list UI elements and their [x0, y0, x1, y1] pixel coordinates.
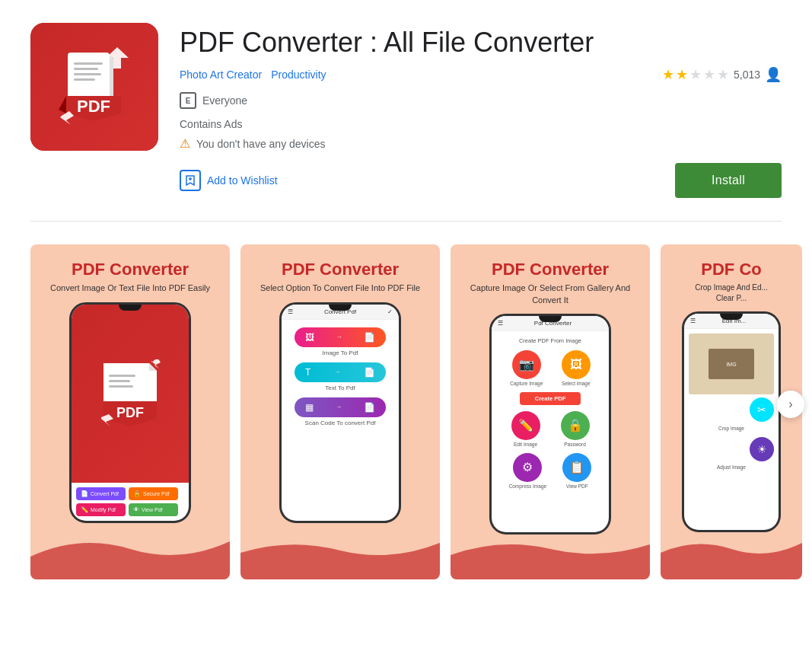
view-pdf-icon: 📋 — [562, 453, 591, 482]
screenshot-3: PDF Converter Capture Image Or Select Fr… — [451, 244, 650, 579]
svg-rect-6 — [74, 78, 95, 81]
compress-image-icon: ⚙ — [513, 453, 542, 482]
star-2: ★ — [676, 66, 688, 83]
svg-marker-8 — [59, 96, 66, 113]
edit-image-label: Edit Image — [514, 442, 537, 447]
select-image-label: Select image — [562, 381, 591, 386]
devices-warning-row: ⚠ You don't have any devices — [180, 136, 782, 151]
screen3-bottom-options: ⚙ Compress Image 📋 View PDF — [496, 450, 604, 492]
ss2-subtitle: Select Option To Convert File Into PDF F… — [260, 282, 420, 294]
password-option: 🔒 Password — [561, 411, 590, 447]
developer-link[interactable]: Photo Art Creator — [180, 69, 262, 81]
password-label: Password — [564, 442, 586, 447]
phone-screen-1: PDF 📄 Convert Pdf — [72, 305, 189, 521]
category-link[interactable]: Productivity — [271, 69, 326, 81]
svg-text:PDF: PDF — [116, 405, 144, 420]
app-icon: PDF — [30, 23, 158, 151]
screen3-menu-icon: ☰ — [498, 320, 503, 327]
edit-image-icon: ✏️ — [511, 411, 540, 440]
svg-rect-16 — [109, 380, 130, 382]
image-to-pdf-option: 🖼 → 📄 Image To Pdf — [295, 327, 386, 356]
star-1: ★ — [662, 66, 674, 83]
ss3-subtitle: Capture Image Or Select From Gallery And… — [460, 282, 641, 306]
phone-mockup-3: ☰ Pdf Converter Create PDF From Image 📷 … — [489, 314, 611, 535]
scan-to-pdf-btn: ▦ → 📄 — [295, 397, 386, 417]
ss3-title: PDF Converter — [492, 260, 609, 279]
phone-screen-2: ☰ Convert Pdf ✓ 🖼 → 📄 — [282, 305, 399, 521]
screen3-section-title: Create PDF From Image — [496, 334, 604, 347]
screenshot-2: PDF Converter Select Option To Convert F… — [240, 244, 440, 579]
text-to-pdf-label: Text To Pdf — [325, 385, 355, 391]
view-pdf-option: 📋 View PDF — [562, 453, 591, 489]
edit-image-option: ✏️ Edit Image — [511, 411, 540, 447]
rating-count: 5,013 — [734, 69, 760, 81]
star-5: ★ — [717, 66, 729, 83]
screen3-edit-options: ✏️ Edit Image 🔒 Password — [496, 408, 604, 450]
select-image-option: 🖼 Select image — [562, 350, 591, 386]
adjust-image-tool-label: Adjust Image — [689, 464, 774, 470]
content-rating-row: E Everyone — [180, 92, 782, 109]
wishlist-button[interactable]: Add to Wishlist — [180, 170, 278, 191]
compress-image-option: ⚙ Compress Image — [509, 453, 547, 489]
text-to-pdf-btn: T → 📄 — [295, 362, 386, 382]
ss1-subtitle: Convert Image Or Text File Into PDF Easi… — [50, 282, 210, 294]
bookmark-icon — [184, 174, 196, 187]
app-info: PDF Converter : All File Converter Photo… — [180, 23, 782, 198]
svg-rect-4 — [74, 68, 98, 70]
screen4-content: IMG ✂ Crop Image ☀ Adjust Image — [684, 329, 779, 530]
svg-text:PDF: PDF — [77, 97, 110, 116]
warning-icon: ⚠ — [180, 136, 190, 151]
image-to-pdf-label: Image To Pdf — [323, 349, 358, 356]
text-to-pdf-option: T → 📄 Text To Pdf — [295, 362, 386, 391]
ribbon-decor-4 — [661, 534, 802, 579]
contains-ads: Contains Ads — [180, 118, 782, 130]
wishlist-icon — [180, 170, 201, 191]
ss4-title: PDF Co — [701, 260, 761, 279]
phone-notch-4 — [720, 314, 743, 320]
create-pdf-button: Create PDF — [520, 392, 581, 405]
svg-rect-2 — [68, 53, 110, 102]
svg-rect-15 — [109, 375, 135, 377]
screenshot-1: PDF Converter Convert Image Or Text File… — [30, 244, 230, 579]
secure-pdf-btn: 🔒 Secure Pdf — [129, 487, 178, 500]
ss2-title: PDF Converter — [282, 260, 399, 279]
wishlist-label: Add to Wishlist — [207, 174, 278, 187]
screen1-buttons: 📄 Convert Pdf 🔒 Secure Pdf ✏️ Modify Pdf — [72, 483, 189, 521]
star-rating: ★ ★ ★ ★ ★ — [662, 66, 729, 83]
screenshots-section: PDF Converter Convert Image Or Text File… — [0, 229, 812, 579]
password-icon: 🔒 — [561, 411, 590, 440]
modify-pdf-btn: ✏️ Modify Pdf — [76, 503, 126, 516]
screen2-options: 🖼 → 📄 Image To Pdf T → — [282, 320, 399, 521]
phone-screen-4: ☰ Edit Im... IMG ✂ — [684, 314, 779, 530]
scan-to-pdf-label: Scan Code To convert Pdf — [305, 420, 376, 426]
image-thumbnail: IMG — [689, 333, 774, 394]
screen3-content: Create PDF From Image 📷 Capture Image 🖼 … — [492, 331, 609, 532]
phone-screen-3: ☰ Pdf Converter Create PDF From Image 📷 … — [492, 316, 609, 532]
screen4-menu-icon: ☰ — [690, 318, 696, 324]
rating-section: ★ ★ ★ ★ ★ 5,013 👤 — [662, 66, 782, 83]
crop-image-tool-label: Crop Image — [689, 426, 774, 431]
star-3: ★ — [689, 66, 702, 83]
svg-rect-3 — [74, 62, 103, 65]
svg-rect-5 — [74, 73, 101, 75]
convert-pdf-btn: 📄 Convert Pdf — [76, 487, 126, 500]
next-arrow[interactable]: › — [777, 391, 804, 418]
phone-mockup-1: PDF 📄 Convert Pdf — [69, 302, 191, 523]
content-rating-badge: E — [180, 92, 196, 109]
screen2-check-icon: ✓ — [387, 308, 393, 315]
adjust-image-tool: ☀ — [750, 437, 774, 461]
ribbon-decor-3 — [451, 534, 650, 579]
compress-image-label: Compress Image — [509, 483, 547, 489]
app-meta-row: Photo Art Creator Productivity ★ ★ ★ ★ ★… — [180, 66, 782, 83]
ribbon-decor-1 — [30, 534, 230, 579]
scan-to-pdf-option: ▦ → 📄 Scan Code To convert Pdf — [295, 397, 386, 426]
select-image-icon: 🖼 — [562, 350, 591, 379]
crop-image-tool: ✂ — [750, 397, 774, 422]
ribbon-decor-2 — [240, 534, 440, 579]
ss4-subtitle: Crop Image And Ed...Clear P... — [695, 282, 768, 304]
star-4: ★ — [703, 66, 715, 83]
edit-tools: ✂ Crop Image ☀ Adjust Image — [689, 397, 774, 470]
devices-warning-text: You don't have any devices — [196, 138, 326, 150]
user-icon: 👤 — [765, 66, 782, 83]
install-button[interactable]: Install — [675, 163, 782, 198]
